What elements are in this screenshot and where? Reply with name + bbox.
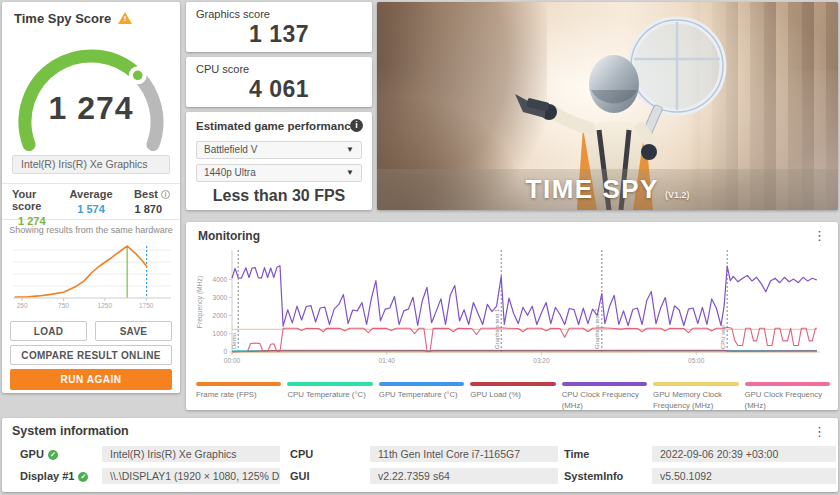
time-spy-score-panel: Time Spy Score 1 274 Intel(R) Iris(R) Xe… [2, 2, 180, 393]
svg-text:Demo: Demo [231, 332, 237, 349]
svg-text:3000: 3000 [213, 294, 228, 301]
check-icon: ✓ [48, 450, 58, 460]
preset-select[interactable]: 1440p Ultra ▼ [196, 164, 362, 182]
legend-label: GPU Temperature (°C) [379, 390, 464, 401]
legend-color-bar [745, 382, 830, 386]
sys-value-gpu: Intel(R) Iris(R) Xe Graphics [102, 446, 280, 462]
monitoring-legend: Frame rate (FPS)CPU Temperature (°C)GPU … [196, 382, 830, 411]
system-information-title: System information [12, 424, 129, 438]
legend-label: CPU Temperature (°C) [287, 390, 372, 401]
run-again-button[interactable]: RUN AGAIN [10, 369, 172, 390]
legend-item: Frame rate (FPS) [196, 382, 281, 411]
compare-result-online-button[interactable]: COMPARE RESULT ONLINE [10, 345, 172, 365]
stat-average: Average 1 574 [65, 188, 118, 219]
legend-item: GPU Memory Clock Frequency (MHz) [653, 382, 738, 411]
sys-label-gui: GUI [290, 468, 310, 484]
time-spy-hero-image: TIME SPY (V1.2) [377, 2, 838, 210]
monitoring-chart: 01000200030004000Frequency (MHz)00:0001:… [192, 246, 832, 378]
legend-item: CPU Temperature (°C) [287, 382, 372, 411]
sys-value-display: \\.\DISPLAY1 (1920 × 1080, 125% DPI scal… [102, 468, 280, 484]
sys-label-cpu: CPU [290, 446, 313, 462]
cpu-score-value: 4 061 [186, 76, 372, 103]
svg-text:0: 0 [223, 348, 227, 355]
score-gauge [2, 26, 180, 152]
warning-icon[interactable] [118, 12, 132, 24]
legend-item: GPU Temperature (°C) [379, 382, 464, 411]
fps-estimate: Less than 30 FPS [186, 187, 372, 205]
legend-label: GPU Memory Clock Frequency (MHz) [653, 390, 738, 411]
legend-color-bar [562, 382, 647, 386]
stat-your-score: Your score 1 274 [12, 188, 65, 219]
hero-title: TIME SPY [526, 174, 659, 205]
kebab-menu-icon[interactable]: ⋮ [809, 227, 830, 245]
legend-item: CPU Clock Frequency (MHz) [562, 382, 647, 411]
chevron-down-icon: ▼ [346, 165, 354, 181]
check-icon: ✓ [78, 472, 88, 482]
load-button[interactable]: LOAD [10, 321, 87, 341]
best-info-icon[interactable]: i [161, 190, 170, 199]
kebab-menu-icon[interactable]: ⋮ [809, 423, 830, 441]
sys-value-time: 2022-09-06 20:39 +03:00 [652, 446, 836, 462]
svg-text:2000: 2000 [213, 312, 228, 319]
graphics-score-value: 1 137 [186, 21, 372, 48]
cpu-score-label: CPU score [196, 63, 249, 75]
game-select[interactable]: Battlefield V ▼ [196, 141, 362, 159]
legend-label: GPU Clock Frequency (MHz) [745, 390, 830, 411]
legend-label: CPU Clock Frequency (MHz) [562, 390, 647, 411]
score-panel-title: Time Spy Score [14, 11, 111, 26]
distribution-note: Showing results from the same hardware [2, 225, 180, 235]
legend-item: GPU Clock Frequency (MHz) [745, 382, 830, 411]
legend-color-bar [653, 382, 738, 386]
svg-text:Frequency (MHz): Frequency (MHz) [196, 276, 204, 329]
svg-text:250: 250 [17, 302, 28, 309]
legend-color-bar [287, 382, 372, 386]
legend-item: GPU Load (%) [470, 382, 555, 411]
estimated-game-performance-card: Estimated game performance i Battlefield… [186, 112, 372, 210]
svg-text:03:20: 03:20 [533, 357, 550, 364]
cpu-score-card: CPU score 4 061 [186, 57, 372, 107]
hero-version: (V1.2) [665, 190, 690, 200]
hero-caption-band: TIME SPY (V1.2) [377, 169, 838, 210]
legend-color-bar [470, 382, 555, 386]
svg-text:05:00: 05:00 [688, 357, 705, 364]
info-icon[interactable]: i [350, 119, 363, 132]
sys-value-systeminfo: v5.50.1092 [652, 468, 836, 484]
score-panel-header: Time Spy Score [14, 11, 132, 26]
sys-label-gpu: GPU✓ [20, 446, 58, 462]
sys-value-cpu: 11th Gen Intel Core i7-1165G7 [370, 446, 558, 462]
sys-value-gui: v2.22.7359 s64 [370, 468, 558, 484]
legend-color-bar [379, 382, 464, 386]
legend-color-bar [196, 382, 281, 386]
chevron-down-icon: ▼ [346, 142, 354, 158]
svg-text:00:00: 00:00 [224, 357, 241, 364]
estimated-game-performance-title: Estimated game performance [196, 120, 357, 132]
monitoring-panel: Monitoring ⋮ 01000200030004000Frequency … [186, 222, 838, 410]
gpu-name-field[interactable]: Intel(R) Iris(R) Xe Graphics [12, 155, 170, 174]
score-stats-row: Your score 1 274 Average 1 574 Best i 1 … [2, 183, 180, 220]
svg-text:4000: 4000 [213, 276, 228, 283]
svg-text:1000: 1000 [213, 330, 228, 337]
graphics-score-label: Graphics score [196, 8, 270, 20]
svg-text:01:40: 01:40 [379, 357, 396, 364]
sys-label-time: Time [564, 446, 589, 462]
sys-label-systeminfo: SystemInfo [564, 468, 623, 484]
svg-text:1250: 1250 [98, 302, 113, 309]
svg-text:750: 750 [58, 302, 69, 309]
legend-label: Frame rate (FPS) [196, 390, 281, 401]
stat-best: Best i 1 870 [117, 188, 170, 219]
gauge-knob [133, 71, 143, 81]
score-distribution-chart: 25075012501750 [7, 236, 175, 316]
total-score-value: 1 274 [2, 90, 180, 127]
monitoring-title: Monitoring [198, 229, 260, 243]
svg-text:1750: 1750 [139, 302, 154, 309]
save-button[interactable]: SAVE [95, 321, 172, 341]
sys-label-display: Display #1✓ [20, 468, 88, 484]
graphics-score-card: Graphics score 1 137 [186, 2, 372, 52]
system-information-panel: System information ⋮ GPU✓ Intel(R) Iris(… [2, 418, 838, 492]
legend-label: GPU Load (%) [470, 390, 555, 401]
